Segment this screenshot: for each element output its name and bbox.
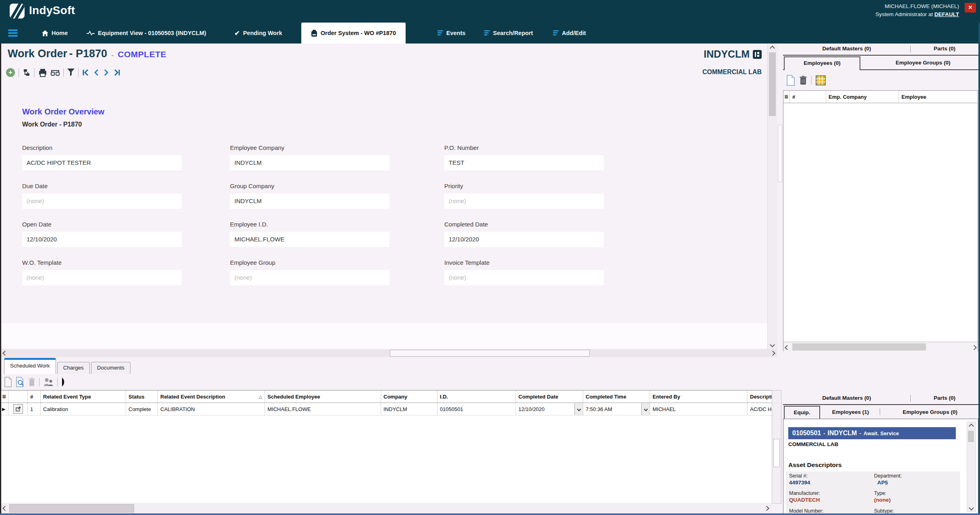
table-row[interactable]: ▶ 1 Calibration Complete CALIBRATION MIC… — [1, 403, 772, 415]
scroll-up-arrow[interactable] — [968, 422, 975, 430]
main-vertical-scrollbar-thumb[interactable] — [769, 52, 776, 116]
grid-view-icon[interactable] — [816, 75, 826, 85]
header-company[interactable]: Company — [381, 390, 437, 403]
first-record-button[interactable] — [82, 69, 89, 76]
nav-home[interactable]: Home — [42, 23, 68, 44]
nav-equipment-view[interactable]: Equipment View - 01050503 (INDYCLM) — [87, 23, 206, 44]
sort-ascending-icon[interactable]: △ — [259, 394, 262, 399]
scroll-down-arrow[interactable] — [769, 341, 776, 348]
tab-employees[interactable]: Employees (0) — [784, 56, 860, 70]
nav-events[interactable]: Events — [437, 23, 466, 44]
previous-record-button[interactable] — [93, 69, 99, 76]
close-button[interactable]: ✕ — [965, 3, 976, 12]
header-status[interactable]: Status — [126, 390, 158, 403]
tab-charges[interactable]: Charges — [57, 362, 90, 374]
equipment-banner[interactable]: 01050501 - INDYCLM - Await. Service — [788, 427, 956, 439]
assign-employee-icon[interactable] — [43, 378, 54, 387]
last-record-button[interactable] — [113, 69, 120, 76]
nav-search-report[interactable]: Search/Report — [484, 23, 533, 44]
next-record-button[interactable] — [103, 69, 110, 76]
invoice-template-input[interactable]: (none) — [444, 270, 604, 285]
main-horizontal-scrollbar-thumb[interactable] — [390, 350, 590, 357]
header-related-event-description[interactable]: Related Event Description △ — [158, 390, 265, 403]
tab-parts[interactable]: Parts (0) — [911, 44, 978, 54]
print-button[interactable] — [38, 69, 47, 77]
description-input[interactable]: AC/DC HIPOT TESTER — [22, 155, 182, 170]
scroll-left-arrow[interactable] — [1, 505, 8, 512]
main-horizontal-scrollbar[interactable] — [1, 349, 777, 357]
completed-time-value: 7:50:36 AM — [586, 406, 612, 412]
time-dropdown-button[interactable] — [641, 403, 650, 415]
workflow-button[interactable] — [23, 69, 31, 77]
header-employee[interactable]: Employee — [899, 91, 978, 103]
scroll-down-arrow[interactable] — [968, 504, 975, 511]
header-description[interactable]: Description — [748, 390, 772, 403]
tab-default-masters[interactable]: Default Masters (0) — [783, 44, 910, 54]
tab-equip[interactable]: Equip. — [784, 406, 820, 419]
bottom-horizontal-scrollbar[interactable] — [1, 503, 772, 513]
header-completed-time[interactable]: Completed Time — [583, 390, 650, 403]
delete-record-icon[interactable] — [799, 75, 807, 85]
equipment-scrollbar-thumb[interactable] — [968, 431, 974, 442]
date-dropdown-button[interactable] — [574, 403, 583, 415]
completed-date-input[interactable]: 12/10/2020 — [444, 232, 604, 247]
scroll-right-arrow[interactable] — [970, 344, 978, 351]
employees-scrollbar-thumb[interactable] — [792, 343, 926, 351]
bottom-horizontal-scrollbar-thumb[interactable] — [9, 504, 134, 513]
nav-add-edit[interactable]: Add/Edit — [553, 23, 586, 44]
new-record-icon[interactable] — [786, 75, 795, 86]
delete-item-icon[interactable] — [28, 377, 35, 387]
header-emp-company[interactable]: Emp. Company — [826, 91, 899, 103]
wo-template-input[interactable]: (none) — [22, 270, 182, 285]
add-button[interactable]: + — [6, 68, 15, 77]
field-employee-group: Employee Group (none) — [230, 259, 444, 297]
header-num[interactable]: # — [790, 91, 826, 103]
group-company-input[interactable]: INDYCLM — [230, 193, 390, 209]
employee-company-input[interactable]: INDYCLM — [230, 155, 390, 170]
employee-group-input[interactable]: (none) — [230, 270, 390, 285]
header-entered-by[interactable]: Entered By — [650, 390, 748, 403]
company-icon[interactable] — [753, 50, 762, 59]
view-details-icon[interactable] — [16, 377, 25, 387]
tab-default-masters[interactable]: Default Masters (0) — [783, 393, 910, 403]
due-date-input[interactable]: (none) — [22, 193, 182, 209]
splitter-handle[interactable] — [778, 125, 782, 182]
header-related-event-type[interactable]: Related Event Type — [41, 390, 126, 403]
tab-employee-groups[interactable]: Employee Groups (0) — [868, 56, 978, 70]
header-num[interactable]: # — [28, 390, 41, 403]
open-record-button[interactable] — [13, 404, 23, 414]
hamburger-menu-icon[interactable] — [8, 29, 18, 38]
main-vertical-scrollbar[interactable] — [767, 44, 777, 349]
open-date-input[interactable]: 12/10/2020 — [22, 232, 182, 247]
header-scheduled-employee[interactable]: Scheduled Employee — [265, 390, 381, 403]
right-bottom-panel: Default Masters (0) Parts (0) Equip. Emp… — [783, 393, 978, 515]
header-completed-date[interactable]: Completed Date — [516, 390, 583, 403]
scroll-left-arrow[interactable] — [783, 344, 791, 351]
scheduled-table-scrollbar-thumb[interactable] — [773, 439, 780, 467]
tab-documents[interactable]: Documents — [91, 362, 131, 374]
row-menu-icon[interactable]: ≣ — [784, 94, 788, 99]
header-id[interactable]: I.D. — [437, 390, 516, 403]
scheduled-table-vertical-scrollbar[interactable] — [772, 390, 781, 504]
employees-horizontal-scrollbar[interactable] — [783, 342, 978, 351]
filter-button[interactable] — [67, 69, 75, 77]
nav-pending-work[interactable]: ✔ Pending Work — [234, 23, 282, 44]
scroll-right-arrow[interactable] — [769, 349, 776, 357]
tab-employees-1[interactable]: Employees (1) — [823, 406, 878, 419]
po-number-input[interactable]: TEST — [444, 155, 604, 170]
priority-input[interactable]: (none) — [444, 193, 604, 209]
scroll-left-arrow[interactable] — [1, 349, 8, 357]
scroll-right-arrow[interactable] — [763, 505, 770, 512]
scroll-up-arrow[interactable] — [769, 44, 776, 52]
equipment-vertical-scrollbar[interactable] — [967, 422, 976, 512]
default-site-link[interactable]: DEFAULT — [934, 11, 959, 17]
expand-flag-icon[interactable] — [61, 377, 65, 387]
row-menu-icon[interactable]: ≣ — [2, 394, 6, 399]
new-item-icon[interactable] — [4, 377, 12, 387]
preview-glasses-button[interactable] — [51, 69, 60, 76]
tab-scheduled-work[interactable]: Scheduled Work — [4, 358, 56, 374]
tab-employee-groups[interactable]: Employee Groups (0) — [882, 406, 978, 419]
nav-order-system-active-tab[interactable]: Order System - WO #P1870 — [301, 23, 406, 44]
employee-id-input[interactable]: MICHAEL.FLOWE — [230, 232, 390, 247]
tab-parts[interactable]: Parts (0) — [911, 393, 978, 403]
